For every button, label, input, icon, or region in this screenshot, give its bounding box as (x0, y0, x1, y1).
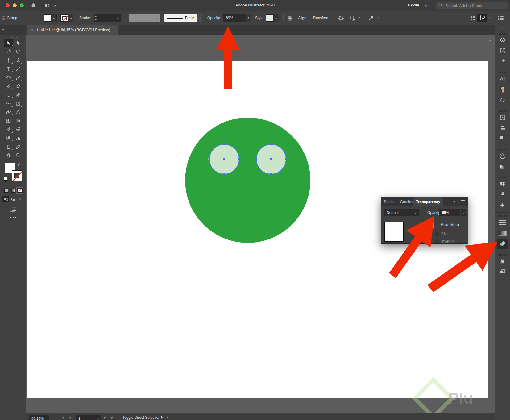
brush-dropdown[interactable] (197, 14, 202, 22)
zoom-dropdown-icon[interactable] (52, 417, 54, 419)
opacity-expand-button[interactable] (245, 14, 251, 22)
first-artboard-icon[interactable]: |◀ (61, 416, 64, 419)
swap-fill-stroke-icon[interactable] (17, 163, 22, 167)
panel-grip[interactable] (2, 15, 5, 21)
anchor-handle[interactable] (238, 158, 240, 160)
clip-checkbox[interactable] (435, 232, 439, 236)
gradient-button[interactable] (10, 188, 16, 193)
draw-normal-icon[interactable] (2, 196, 9, 202)
export-panel-icon[interactable] (497, 46, 508, 56)
layers-panel-icon[interactable] (497, 35, 508, 46)
opentype-panel-icon[interactable]: O (497, 95, 508, 105)
panel-opacity-expand-button[interactable] (461, 209, 466, 216)
stroke-weight-field[interactable] (98, 14, 121, 22)
stroke-weight-stepper[interactable] (94, 14, 98, 22)
style-swatch[interactable] (266, 14, 273, 22)
anchor-handle[interactable] (270, 173, 272, 175)
tool-artboard[interactable] (4, 143, 13, 151)
color-button[interactable] (3, 188, 10, 193)
tool-ellipse[interactable] (4, 73, 13, 81)
pathfinder-panel-icon[interactable] (497, 133, 508, 144)
anchor-handle[interactable] (223, 143, 225, 145)
tool-lasso[interactable] (13, 48, 23, 56)
fill-color-dropdown[interactable] (51, 14, 57, 22)
tool-shape-builder[interactable] (4, 108, 13, 116)
stroke-color-dropdown[interactable] (68, 14, 73, 22)
tool-symbol-sprayer[interactable] (4, 134, 13, 142)
anchor-handle[interactable] (270, 143, 272, 145)
next-artboard-icon[interactable]: ▶ (104, 416, 106, 419)
tool-zoom[interactable] (13, 151, 23, 159)
expand-panels-icon[interactable]: « (502, 25, 503, 32)
panel-opacity-field[interactable]: 69% (439, 209, 460, 216)
align-art-icon[interactable] (338, 15, 344, 22)
previous-artboard-icon[interactable]: ◀ (69, 416, 71, 419)
brushes-panel-icon[interactable] (497, 189, 508, 200)
tab-gradient[interactable]: Gradie (397, 197, 411, 206)
transparency-panel-icon[interactable] (497, 239, 508, 249)
opacity-field[interactable]: 69% (223, 14, 245, 22)
tool-type[interactable] (4, 65, 13, 73)
collapse-panel-icon[interactable]: « (2, 27, 4, 32)
center-anchor-handle[interactable] (223, 158, 225, 160)
tool-magic-wand[interactable] (4, 48, 13, 56)
scrollbar-up-icon[interactable] (489, 38, 491, 44)
gradient-panel-icon[interactable] (497, 228, 508, 239)
width-profile-dropdown[interactable] (129, 14, 160, 22)
tool-width[interactable] (4, 99, 13, 107)
center-anchor-handle[interactable] (270, 158, 272, 160)
tool-eyedropper[interactable] (4, 125, 13, 133)
stroke-proxy[interactable] (12, 170, 22, 181)
character-panel-icon[interactable] (497, 74, 508, 84)
none-button[interactable] (17, 188, 23, 193)
invert-mask-checkbox[interactable] (435, 239, 439, 243)
eye-shape-left[interactable] (209, 144, 239, 174)
tool-perspective-grid[interactable] (13, 108, 23, 116)
tool-scale[interactable] (13, 91, 23, 99)
appearance-panel-icon[interactable] (497, 256, 508, 267)
tool-rotate[interactable] (4, 91, 13, 99)
document-tab[interactable]: × Untitled-1* @ 66,15% (RGB/GPU Preview) (27, 25, 118, 35)
style-dropdown[interactable] (273, 14, 279, 22)
tool-gradient[interactable] (13, 117, 23, 125)
dock-grip[interactable] (499, 72, 507, 73)
tool-direct-selection[interactable] (13, 39, 23, 47)
dock-grip[interactable] (499, 110, 507, 112)
transform-panel-icon[interactable] (497, 112, 508, 123)
search-input[interactable] (445, 3, 505, 8)
tool-hand[interactable] (4, 151, 13, 159)
fill-color-swatch[interactable] (44, 14, 51, 22)
color-guide-panel-icon[interactable] (497, 161, 508, 172)
tool-slice[interactable] (13, 143, 23, 151)
swatches-panel-icon[interactable] (497, 179, 508, 189)
mask-thumbnail-slot[interactable] (412, 222, 431, 241)
make-mask-button[interactable]: Make Mask (433, 221, 466, 229)
color-panel-icon[interactable] (497, 151, 508, 161)
symbols-panel-icon[interactable]: ♣ (497, 200, 508, 210)
eye-shape-right[interactable] (256, 144, 286, 174)
scroll-left-icon[interactable]: < (167, 415, 169, 420)
artboard-number-field[interactable]: 1 (76, 415, 101, 420)
transform-link[interactable]: Transform (313, 16, 329, 21)
dock-grip[interactable] (499, 177, 507, 178)
tool-line-segment[interactable] (13, 65, 23, 73)
paragraph-panel-icon[interactable]: ¶ (497, 84, 508, 95)
tool-pen[interactable] (4, 56, 13, 64)
tab-transparency[interactable]: Transparency (413, 197, 443, 206)
shape-edit-icon[interactable] (368, 15, 375, 22)
tool-free-transform[interactable] (13, 99, 23, 107)
select-similar-icon[interactable] (349, 15, 356, 22)
tool-curvature[interactable] (13, 56, 23, 64)
menu-list-icon[interactable] (497, 15, 504, 22)
draw-behind-icon[interactable] (10, 196, 17, 202)
panel-menu-icon[interactable] (461, 200, 465, 204)
chevron-down-icon[interactable] (489, 16, 491, 19)
panel-overflow-icon[interactable]: » (453, 199, 456, 204)
panel-grip[interactable] (10, 37, 17, 38)
adobe-stock-search[interactable] (436, 2, 508, 9)
dock-grip[interactable] (499, 33, 507, 35)
last-artboard-icon[interactable]: ▶| (111, 416, 115, 419)
workspace-grid-icon[interactable] (469, 15, 476, 22)
stroke-panel-icon[interactable] (497, 218, 508, 228)
recolor-artwork-icon[interactable] (286, 15, 293, 22)
